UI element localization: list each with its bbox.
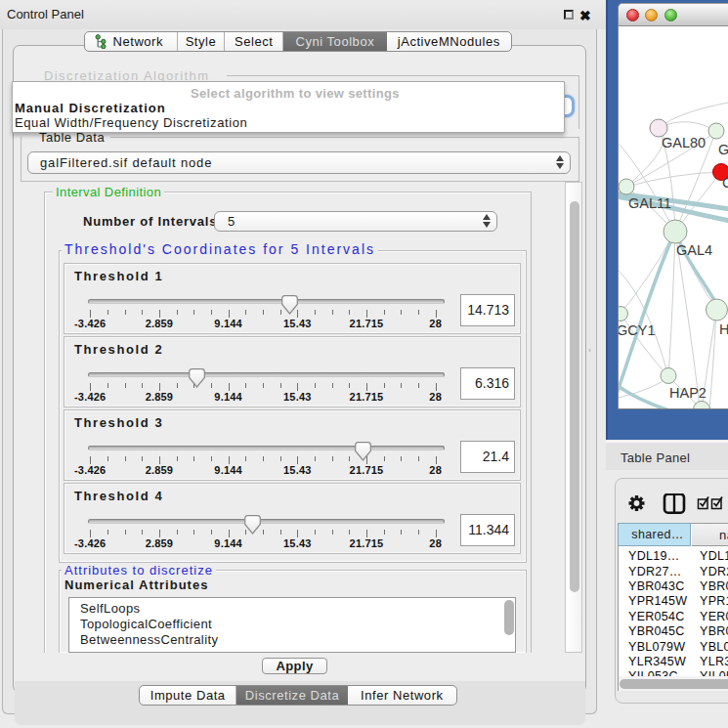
- svg-text:GAL4: GAL4: [676, 242, 712, 258]
- svg-text:H: H: [719, 321, 728, 337]
- svg-text:GAL11: GAL11: [628, 195, 671, 211]
- svg-text:G.: G.: [718, 142, 728, 157]
- svg-text:GCY1: GCY1: [619, 322, 656, 338]
- svg-text:HAP2: HAP2: [669, 385, 707, 401]
- svg-text:C: C: [722, 175, 728, 191]
- svg-text:GAL80: GAL80: [662, 135, 706, 150]
